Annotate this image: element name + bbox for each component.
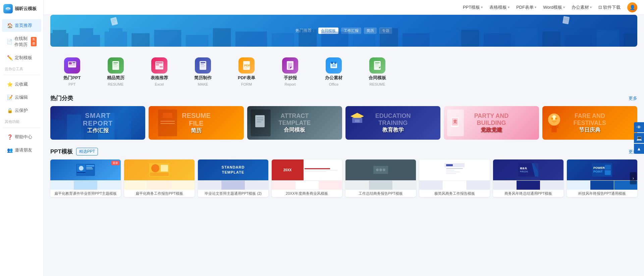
template-row-1: [124, 180, 195, 190]
float-buttons: 👁 💻 ▲: [634, 122, 644, 154]
float-btn-screen[interactable]: 💻: [634, 133, 644, 143]
template-card-0[interactable]: 最新 扁平化教育课件毕业答辩PPT主题模板: [50, 159, 121, 197]
cat-pdf-sub: FORM: [241, 82, 252, 86]
svg-rect-48: [160, 66, 163, 67]
t1-s1: [124, 181, 148, 190]
cat-contract-sub: RESUME: [369, 82, 385, 86]
cat-note-sub: Report: [284, 82, 296, 86]
sidebar-item-invite[interactable]: 👥 邀请朋友: [2, 144, 41, 156]
hot-cat-contract[interactable]: ATTRACTTEMPLATE 合同模板: [247, 106, 342, 140]
hot-cat-education[interactable]: EDUCATIONTRAINING 教育教学: [345, 106, 440, 140]
svg-rect-41: [113, 65, 118, 66]
template-card-2[interactable]: STANDARDTEMPLATE 毕业论文答辩主题通用PPT模板 (2): [198, 159, 268, 197]
topnav-ppt[interactable]: PPT模板 ▾: [463, 4, 483, 10]
sidebar-item-custom[interactable]: ✏️ 定制模板: [2, 51, 41, 64]
svg-rect-104: [161, 165, 168, 172]
cat-icon-ppt[interactable]: 热门PPT PPT: [50, 55, 94, 89]
svg-rect-97: [77, 172, 86, 173]
template-card-1[interactable]: 扁平化商务工作报告PPT模板: [124, 159, 195, 197]
svg-rect-25: [624, 33, 637, 47]
cat-icon-make[interactable]: 简历制作 MAKE: [181, 55, 225, 89]
template-main-0: 最新: [50, 159, 121, 180]
svg-rect-98: [86, 165, 94, 167]
topnav-pdf[interactable]: PDF表单 ▾: [516, 4, 536, 10]
t2-s2: [221, 181, 245, 190]
invite-icon: 👥: [7, 147, 13, 153]
standard-text: STANDARDTEMPLATE: [222, 165, 245, 175]
paper-icon-2: [561, 16, 571, 27]
hot-cat-festival[interactable]: FARE ANDFESTIVALS 节日庆典: [542, 106, 637, 140]
cat-icon-resume[interactable]: 精品简历 RESUME: [94, 55, 138, 89]
template-thumb-1: [124, 159, 195, 190]
template-badge-0: 最新: [111, 161, 119, 165]
cat-icon-contract[interactable]: 合同模板 RESUME: [356, 55, 399, 89]
svg-text:POWER: POWER: [593, 166, 605, 170]
sidebar-item-resume[interactable]: 📄 在线制作简历 免费: [2, 32, 41, 51]
template-name-3: 20XX年度商务商业风模板: [272, 190, 342, 197]
template-row-6: [493, 180, 564, 190]
ppt-tag[interactable]: 精选PPT: [76, 148, 98, 155]
template-thumb-2: STANDARDTEMPLATE: [198, 159, 268, 190]
template-card-5[interactable]: 极简风商务工作报告模板: [419, 159, 490, 197]
template-card-7[interactable]: POWERPOINT 科技风年终报告PPT通用模板 ›: [567, 159, 637, 197]
svg-rect-46: [160, 64, 163, 65]
sidebar-item-help[interactable]: ❓ 帮助中心: [2, 131, 41, 143]
t6-s2: [517, 181, 540, 190]
cat-icon-pdf[interactable]: PDF PDF表单 FORM: [225, 55, 268, 89]
svg-rect-20: [484, 33, 511, 47]
svg-rect-50: [201, 62, 205, 63]
svg-rect-60: [332, 64, 336, 67]
svg-rect-125: [605, 165, 611, 170]
hot-cat-edu-title: 教育教学: [375, 127, 411, 134]
sidebar-item-protect[interactable]: 🔒 云保护: [2, 104, 41, 117]
hot-cat-work-report[interactable]: SMARTREPORT 工作汇报: [50, 106, 145, 140]
user-avatar[interactable]: 👤: [627, 2, 637, 12]
topnav-office[interactable]: 办公素材 ▾: [572, 4, 592, 10]
template-card-6[interactable]: 商务风年终总结 商务风年终总结通用PPT模板: [493, 159, 564, 197]
cat-icon-excel[interactable]: 表格推荐 Excel: [138, 55, 181, 89]
t0-s3: [98, 181, 121, 190]
svg-rect-35: [72, 62, 75, 63]
template-card-3[interactable]: 20XX 20XX年度商务商业风模板: [272, 159, 342, 197]
hot-cat-resume-title: 简历: [182, 127, 211, 134]
cat-office-name: 办公素材: [325, 75, 342, 81]
sidebar-item-home[interactable]: 🏠 首页推荐: [2, 19, 41, 32]
main-content: 热门推荐： 合同模板 工作汇报 简历 专题 热门PPT PPT: [44, 0, 644, 276]
template-row-5: [419, 180, 490, 190]
topnav-word[interactable]: Word模板 ▾: [543, 4, 565, 10]
cat-icon-note[interactable]: 手抄报 Report: [268, 55, 312, 89]
cat-icon-office[interactable]: 办公素材 Office: [312, 55, 356, 89]
cat-icon-pdf-img: PDF: [238, 57, 255, 74]
t7-s2: [590, 181, 614, 190]
divider-1: [3, 75, 40, 75]
template-thumb-4: [345, 159, 416, 190]
hot-section-title: 热门分类: [50, 94, 73, 102]
protect-icon: 🔒: [7, 108, 13, 113]
svg-rect-56: [244, 67, 249, 68]
float-btn-view[interactable]: 👁: [634, 122, 644, 132]
banner: 热门推荐： 合同模板 工作汇报 简历 专题: [50, 15, 637, 47]
svg-rect-23: [565, 35, 592, 47]
sidebar-item-invite-label: 邀请朋友: [15, 147, 32, 153]
hot-cat-party[interactable]: 党 PARTY ANDBUILDING 党政党建: [444, 106, 539, 140]
hot-cat-resume[interactable]: RESUMEFILE 简历: [149, 106, 244, 140]
float-btn-top[interactable]: ▲: [634, 144, 644, 154]
hot-section-header: 热门分类 更多: [50, 94, 637, 102]
hot-section-more[interactable]: 更多: [629, 95, 637, 101]
sidebar-item-edit[interactable]: 📝 云编辑: [2, 91, 41, 104]
sidebar-nav: 🏠 首页推荐 📄 在线制作简历 免费 ✏️ 定制模板 云办公工具 ⭐ 云收藏 📝…: [0, 17, 43, 276]
template-card-4[interactable]: 工作总结商务报告PPT模板: [345, 159, 416, 197]
logo[interactable]: 福昕云模板: [0, 0, 43, 17]
topnav: PPT模板 ▾ 表格模板 ▾ PDF表单 ▾ Word模板 ▾ 办公素材 ▾ ⊡…: [44, 0, 644, 15]
svg-rect-7: [131, 33, 150, 47]
topnav-download[interactable]: ⊡ 软件下载: [598, 4, 621, 10]
svg-rect-66: [375, 65, 380, 66]
template-row-3: [272, 180, 342, 190]
cat-make-sub: MAKE: [198, 82, 208, 86]
t2-s3: [245, 181, 268, 190]
arrow-next-btn[interactable]: ›: [630, 172, 637, 184]
svg-rect-115: [446, 172, 460, 172]
svg-rect-24: [597, 30, 619, 47]
sidebar-item-star[interactable]: ⭐ 云收藏: [2, 78, 41, 91]
topnav-table[interactable]: 表格模板 ▾: [489, 4, 509, 10]
